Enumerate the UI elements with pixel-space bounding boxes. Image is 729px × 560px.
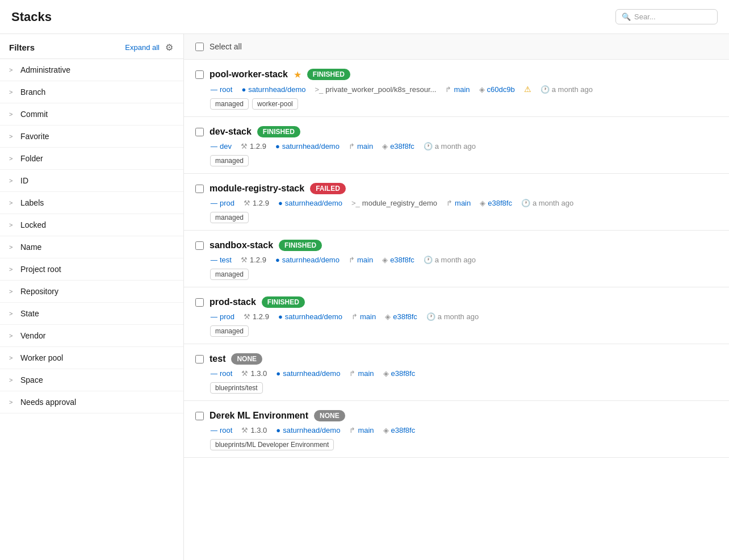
sidebar-item-commit[interactable]: > Commit [0,103,183,126]
status-badge: FINISHED [257,126,300,137]
expand-all-button[interactable]: Expand all [125,43,160,52]
sidebar-item-needs-approval[interactable]: > Needs approval [0,391,183,413]
commit-meta: ◈ e38f8fc [382,256,414,264]
vendor-icon: ⚒ [241,369,248,378]
chevron-icon: > [9,354,16,361]
chevron-icon: > [9,288,16,295]
commit-meta: ◈ c60dc9b [479,85,515,94]
sidebar-item-locked[interactable]: > Locked [0,214,183,236]
sidebar-item-labels[interactable]: > Labels [0,192,183,214]
repo-meta: ● saturnhead/demo [275,256,340,264]
stack-meta: ⸻ prod ⚒1.2.9 ● saturnhead/demo >_module… [210,199,718,207]
branch-meta: ↱ main [446,199,471,207]
chevron-icon: > [9,266,16,273]
stack-meta: ⸻ test ⚒1.2.9 ● saturnhead/demo ↱ main ◈… [210,256,718,264]
sidebar-items-container: > Administrative > Branch > Commit > Fav… [0,59,183,413]
chevron-icon: > [9,199,16,206]
context-icon: ⸻ [210,369,217,378]
filters-title: Filters [9,43,35,52]
stack-header: pool-worker-stack ★ FINISHED [195,69,718,80]
commit-icon: ◈ [480,199,485,207]
tag: managed [210,325,249,337]
select-all-label: Select all [210,42,242,51]
clock-icon: 🕐 [521,199,530,207]
stack-checkbox[interactable] [195,355,204,363]
tag: managed [210,212,249,223]
github-icon: ● [241,85,246,94]
sidebar-item-label: Name [20,243,41,252]
context-icon: ⸻ [210,256,217,264]
sidebar-item-folder[interactable]: > Folder [0,148,183,170]
sidebar-item-label: Locked [20,220,46,229]
stack-checkbox[interactable] [195,412,204,420]
star-icon: ★ [294,69,301,80]
sidebar-item-label: Administrative [20,65,70,74]
stack-checkbox[interactable] [195,128,204,136]
sidebar-item-label: Folder [20,154,43,163]
vendor-icon: ⚒ [241,256,248,264]
sidebar-item-space[interactable]: > Space [0,369,183,391]
stack-name[interactable]: prod-stack [210,297,256,307]
search-placeholder: Sear... [634,12,656,21]
stack-name[interactable]: sandbox-stack [210,240,273,250]
stack-name[interactable]: dev-stack [210,127,252,137]
repo-meta: ● saturnhead/demo [276,426,340,434]
sidebar-item-repository[interactable]: > Repository [0,281,183,303]
stack-name[interactable]: pool-worker-stack [210,69,288,80]
repo-meta: ● saturnhead/demo [241,85,305,94]
vendor-meta: ⚒1.2.9 [244,199,269,207]
branch-icon: ↱ [349,142,355,151]
branch-meta: ↱ main [349,369,374,378]
clock-icon: 🕐 [426,312,435,321]
select-all-checkbox[interactable] [195,43,204,51]
sidebar-item-branch[interactable]: > Branch [0,81,183,103]
sidebar-item-name[interactable]: > Name [0,236,183,258]
commit-icon: ◈ [383,426,389,434]
stack-tags: managed [210,212,718,223]
sidebar-item-label: Space [20,375,43,385]
sidebar-item-label: State [20,309,39,318]
sidebar-item-administrative[interactable]: > Administrative [0,59,183,81]
sidebar-item-vendor[interactable]: > Vendor [0,325,183,347]
stack-meta: ⸻ root ⚒1.3.0 ● saturnhead/demo ↱ main ◈… [210,369,718,378]
branch-meta: ↱ main [445,85,470,94]
stack-tags: managed [210,325,718,337]
sidebar-item-favorite[interactable]: > Favorite [0,126,183,148]
stack-checkbox[interactable] [195,241,204,250]
time-meta: 🕐a month ago [541,85,593,94]
stack-checkbox[interactable] [195,70,204,79]
branch-icon: ↱ [349,369,355,378]
project-root-meta: >_module_registry_demo [351,199,437,207]
page-header: Stacks 🔍 Sear... [0,0,729,34]
sidebar-item-id[interactable]: > ID [0,170,183,192]
sidebar-item-label: Project root [20,265,61,274]
stack-name[interactable]: Derek ML Environment [210,411,308,421]
repo-meta: ● saturnhead/demo [278,312,342,321]
project-root-meta: >_private_worker_pool/k8s_resour... [315,85,436,94]
branch-icon: ↱ [351,312,358,321]
search-box[interactable]: 🔍 Sear... [615,9,718,24]
stack-name[interactable]: module-registry-stack [210,183,304,194]
stack-meta: ⸻ prod ⚒1.2.9 ● saturnhead/demo ↱ main ◈… [210,312,718,321]
stack-item: pool-worker-stack ★ FINISHED ⸻ root ● sa… [184,60,729,117]
stack-tags: blueprints/ML Developer Environment [210,439,718,450]
branch-icon: ↱ [445,85,451,94]
sidebar-item-worker-pool[interactable]: > Worker pool [0,347,183,369]
repo-meta: ● saturnhead/demo [275,142,340,151]
stack-item: sandbox-stack FINISHED ⸻ test ⚒1.2.9 ● s… [184,231,729,287]
stack-item: dev-stack FINISHED ⸻ dev ⚒1.2.9 ● saturn… [184,117,729,174]
context-icon: ⸻ [210,199,217,207]
stack-checkbox[interactable] [195,298,204,307]
vendor-icon: ⚒ [244,312,250,321]
tag: worker-pool [252,98,298,110]
github-icon: ● [278,312,283,321]
sidebar-item-label: Repository [20,287,58,296]
sidebar-item-project-root[interactable]: > Project root [0,258,183,281]
gear-button[interactable]: ⚙ [164,41,174,54]
sidebar-item-state[interactable]: > State [0,303,183,325]
stack-name[interactable]: test [210,354,225,364]
stack-checkbox[interactable] [195,185,204,193]
context-meta: ⸻ test [210,256,232,264]
vendor-icon: ⚒ [244,199,250,207]
context-meta: ⸻ root [210,85,232,94]
